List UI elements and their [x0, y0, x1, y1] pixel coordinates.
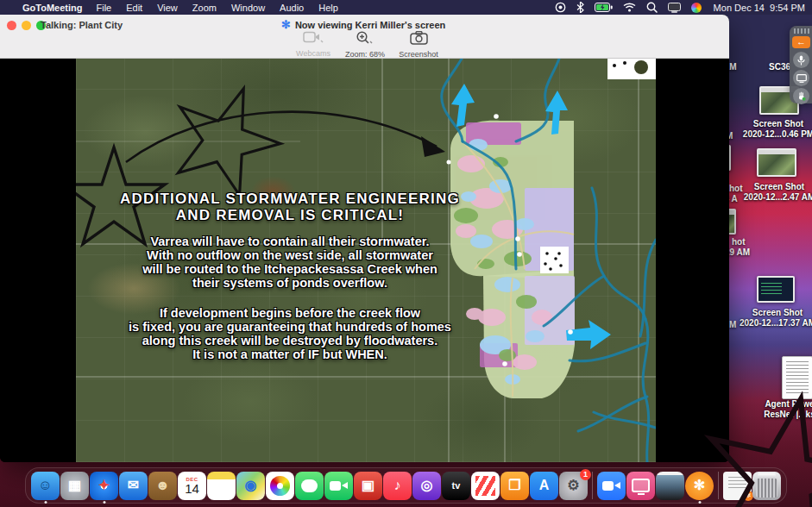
dock-icon-gotomeeting[interactable]: ✻: [685, 472, 714, 500]
menu-item-edit[interactable]: Edit: [126, 3, 142, 13]
dock-icon-podcasts[interactable]: ◎: [412, 472, 441, 500]
window-chrome: Talking: Plant City ✻ Now viewing Kerri …: [0, 15, 729, 59]
overlay-text-line: Varrea will have to contain all their st…: [78, 235, 502, 248]
overlay-text-line: is fixed, you are guaranteeing that hund…: [78, 320, 502, 334]
overlay-text-line: will be routed to the Itchepackesassa Cr…: [78, 262, 502, 276]
minimize-window-button[interactable]: [22, 21, 31, 30]
desktop-icon-label[interactable]: Screen Shot2020-12...17.37 AM: [724, 308, 812, 329]
overlay-text-line: If development begins before the creek f…: [78, 306, 502, 320]
dock-icon-minimized-window[interactable]: [656, 472, 684, 500]
overlay-heading: ADDITIONAL STORMWATER ENGINEERING AND RE…: [78, 191, 502, 223]
desktop-label-fragment: hot: [732, 237, 746, 247]
dock-icon-apple-tv[interactable]: tv: [442, 472, 470, 500]
screen-share-icon[interactable]: [793, 70, 809, 86]
grabber-handle[interactable]: [794, 28, 810, 34]
siri-icon[interactable]: [691, 3, 702, 13]
desktop-icon-label[interactable]: Agent PoweResNet |...ks: [736, 399, 812, 420]
dock: ☺▦✦✉☻DEC14◉▣♪◎tv❐A⚙1✻✻: [25, 467, 787, 504]
overlay-paragraph-2: If development begins before the creek f…: [78, 306, 502, 361]
spotlight-search-icon[interactable]: [646, 2, 658, 13]
menu-item-audio[interactable]: Audio: [280, 3, 304, 13]
now-viewing-label: ✻ Now viewing Kerri Miller's screen: [281, 19, 445, 30]
desktop-label-fragment: SC36: [769, 62, 790, 72]
menu-item-zoom[interactable]: Zoom: [192, 3, 217, 13]
screen-record-icon[interactable]: [555, 2, 566, 13]
menu-app-name[interactable]: GoToMeeting: [22, 3, 82, 13]
dock-icon-photo-booth[interactable]: ▣: [354, 472, 382, 500]
dock-icon-downloads-document[interactable]: ✻: [723, 472, 752, 500]
gotomeeting-grabber-panel: ←: [790, 26, 812, 103]
screenshot-camera-icon: [410, 31, 428, 45]
menu-status-area: Mon Dec 14 9:54 PM: [555, 2, 812, 13]
notification-badge: 1: [580, 469, 591, 480]
menu-clock[interactable]: Mon Dec 14 9:54 PM: [714, 3, 805, 13]
overlay-text-line: along this creek will be destroyed by fl…: [78, 334, 502, 347]
dock-icon-messages[interactable]: [295, 472, 324, 500]
microphone-icon[interactable]: [793, 52, 809, 68]
dock-divider: [592, 472, 593, 499]
aerial-map: ADDITIONAL STORMWATER ENGINEERING AND RE…: [76, 59, 656, 462]
dock-icon-news[interactable]: [471, 472, 500, 500]
running-indicator-dot: [698, 501, 701, 504]
dock-icon-launchpad[interactable]: ▦: [60, 472, 89, 500]
overlay-text-line: It is not a matter of IF but WHEN.: [78, 347, 502, 361]
back-arrow-icon[interactable]: ←: [792, 36, 810, 48]
gotomeeting-daisy-icon: ✻: [281, 19, 291, 30]
bluetooth-icon[interactable]: [576, 2, 584, 13]
overlay-text-line: their systems of ponds overflow.: [78, 276, 502, 290]
zoom-in-icon: [356, 31, 375, 45]
dock-icon-zoom[interactable]: [597, 472, 626, 500]
overlay-text-line: With no outflow on the west side, all st…: [78, 248, 502, 262]
desktop-icon-map[interactable]: [757, 148, 796, 177]
display-icon[interactable]: [668, 3, 681, 13]
dock-icon-photos[interactable]: [266, 472, 294, 500]
wifi-icon[interactable]: [623, 3, 636, 12]
close-window-button[interactable]: [7, 21, 16, 30]
dock-divider: [718, 472, 719, 499]
window-title: Talking: Plant City: [41, 20, 123, 30]
dock-icon-music[interactable]: ♪: [383, 472, 412, 500]
menu-items: FileEditViewZoomWindowAudioHelp: [96, 3, 352, 13]
desktop-icon-label[interactable]: Screen Shot2020-12...0.46 PM: [725, 119, 812, 140]
menu-bar: GoToMeeting FileEditViewZoomWindowAudioH…: [0, 0, 812, 15]
webcam-icon: [303, 31, 324, 44]
shared-screen-area: ADDITIONAL STORMWATER ENGINEERING AND RE…: [0, 59, 729, 462]
dock-icon-mail[interactable]: ✉: [119, 472, 148, 500]
dock-icon-screens-app[interactable]: [626, 472, 655, 500]
running-indicator-dot: [103, 501, 105, 504]
running-indicator-dot: [44, 501, 47, 504]
menu-item-file[interactable]: File: [96, 3, 111, 13]
menu-item-help[interactable]: Help: [318, 3, 338, 13]
dock-icon-calendar[interactable]: DEC14: [178, 472, 206, 500]
dock-icon-notes[interactable]: [207, 472, 236, 500]
dock-icon-contacts[interactable]: ☻: [148, 472, 177, 500]
dock-icon-safari[interactable]: ✦: [90, 472, 118, 500]
battery-charging-icon[interactable]: [595, 3, 613, 12]
desktop-icon-terminal[interactable]: [757, 276, 795, 303]
dock-icon-trash[interactable]: [752, 472, 781, 500]
screenshot-button[interactable]: Screenshot: [388, 31, 449, 59]
zoom-level-button[interactable]: Zoom: 68%: [335, 31, 395, 59]
desktop-label-fragment: hot: [729, 184, 743, 194]
dock-icon-app-store[interactable]: A: [530, 472, 558, 500]
gotomeeting-viewer-window: Talking: Plant City ✻ Now viewing Kerri …: [0, 15, 729, 462]
desktop-icon-document[interactable]: [782, 356, 812, 399]
dock-icon-facetime[interactable]: [324, 472, 353, 500]
dock-icon-system-preferences[interactable]: ⚙1: [559, 472, 588, 500]
dock-icon-books[interactable]: ❐: [500, 472, 529, 500]
desktop-label-fragment: M: [729, 320, 736, 330]
menu-item-view[interactable]: View: [157, 3, 178, 13]
raise-hand-icon[interactable]: [793, 88, 809, 104]
dock-icon-maps[interactable]: ◉: [236, 472, 265, 500]
dock-icon-finder[interactable]: ☺: [31, 472, 60, 500]
overlay-paragraph-1: Varrea will have to contain all their st…: [78, 235, 502, 290]
menu-item-window[interactable]: Window: [231, 3, 265, 13]
